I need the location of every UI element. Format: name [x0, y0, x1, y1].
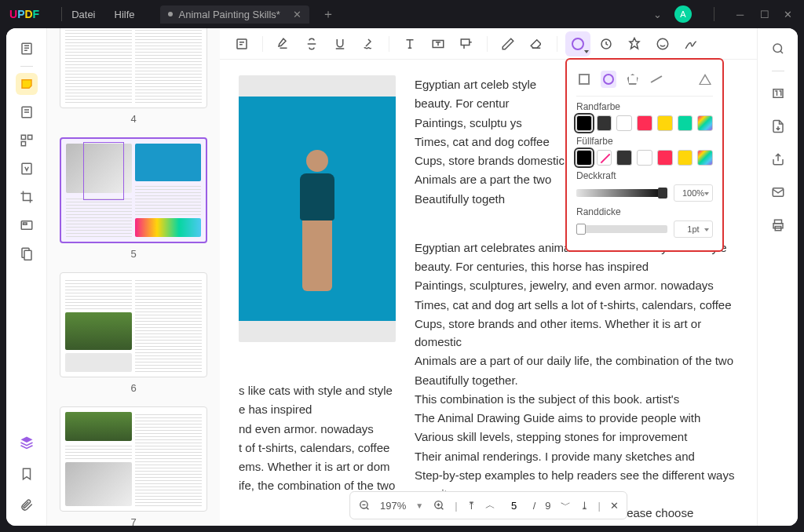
minimize-icon[interactable]: ─ — [736, 9, 747, 20]
fill-color-label: Füllfarbe — [576, 136, 713, 147]
shape-tool[interactable] — [565, 31, 590, 56]
tool-comment[interactable] — [16, 73, 38, 95]
user-avatar[interactable]: A — [674, 5, 692, 23]
email-icon[interactable] — [767, 181, 789, 203]
page-total: 9 — [545, 500, 550, 512]
thickness-slider[interactable] — [576, 225, 667, 233]
shape-triangle[interactable] — [696, 71, 713, 88]
shape-circle[interactable] — [601, 71, 617, 88]
tool-edit[interactable] — [16, 101, 38, 123]
thumbnail-page-5[interactable] — [60, 137, 207, 242]
svg-rect-2 — [21, 135, 25, 139]
page-navigation-bar: 197% ▼ | ⤒ ︿ / 9 ﹀ ⤓ | ✕ — [349, 491, 627, 519]
color-swatch[interactable] — [678, 150, 693, 166]
note-tool[interactable] — [229, 31, 254, 56]
color-swatch[interactable] — [657, 115, 673, 131]
svg-rect-9 — [24, 250, 31, 260]
tool-forms[interactable] — [16, 214, 38, 236]
menu-help[interactable]: Hilfe — [115, 9, 135, 20]
shape-pentagon[interactable] — [624, 71, 641, 88]
shape-arrow[interactable] — [673, 71, 689, 88]
thumbnail-label: 6 — [60, 382, 207, 394]
tool-organize[interactable] — [16, 129, 38, 151]
pencil-tool[interactable] — [495, 31, 521, 56]
titlebar: UPDF Datei Hilfe Animal Painting Skills*… — [0, 0, 804, 28]
svg-rect-12 — [461, 39, 470, 46]
thickness-value[interactable]: 1pt — [674, 220, 713, 238]
page-input[interactable] — [505, 500, 524, 512]
last-page-icon[interactable]: ⤓ — [580, 500, 589, 512]
thumbnail-label: 4 — [60, 113, 207, 125]
thickness-label: Randdicke — [576, 206, 713, 217]
thumbnail-page-7[interactable] — [60, 406, 207, 512]
next-page-icon[interactable]: ﹀ — [561, 498, 571, 512]
close-icon[interactable]: ✕ — [784, 9, 795, 20]
zoom-in-icon[interactable] — [433, 499, 445, 512]
opacity-slider[interactable] — [576, 189, 667, 197]
color-swatch[interactable] — [616, 115, 632, 131]
callout-tool[interactable] — [454, 31, 479, 56]
menu-file[interactable]: Datei — [71, 9, 95, 20]
textbox-tool[interactable] — [426, 31, 451, 56]
document-text-fragment: s like cats with style and stylee has in… — [239, 381, 395, 496]
zoom-value[interactable]: 197% — [380, 500, 406, 512]
sticker-tool[interactable] — [650, 31, 675, 56]
color-swatch[interactable] — [616, 150, 632, 166]
color-swatch[interactable] — [597, 115, 612, 131]
color-swatch-none[interactable] — [597, 150, 612, 166]
svg-rect-4 — [21, 142, 25, 146]
tab-close-icon[interactable]: ✕ — [293, 9, 302, 20]
share-icon[interactable] — [767, 148, 789, 170]
opacity-value[interactable]: 100% — [674, 184, 713, 202]
tool-ocr[interactable] — [16, 158, 38, 180]
color-picker[interactable] — [697, 115, 713, 131]
color-swatch[interactable] — [657, 150, 673, 166]
strikethrough-tool[interactable] — [299, 31, 324, 56]
thumbnail-panel: 4 5 6 — [47, 28, 220, 526]
color-picker[interactable] — [697, 150, 713, 166]
text-tool[interactable] — [397, 31, 422, 56]
svg-point-17 — [773, 44, 782, 53]
color-swatch[interactable] — [576, 150, 592, 166]
svg-rect-5 — [22, 163, 31, 174]
signature-tool[interactable] — [678, 31, 704, 56]
color-swatch[interactable] — [637, 150, 652, 166]
thumbnail-page-4[interactable] — [60, 28, 207, 108]
color-swatch[interactable] — [678, 115, 693, 131]
zoom-out-icon[interactable] — [358, 499, 371, 512]
right-toolbar — [757, 28, 798, 526]
maximize-icon[interactable]: ☐ — [760, 9, 771, 20]
export-icon[interactable] — [767, 115, 789, 137]
chevron-down-icon[interactable]: ⌄ — [653, 9, 662, 20]
tool-reader[interactable] — [16, 38, 38, 60]
tool-protect[interactable] — [16, 242, 38, 264]
thumbnail-label: 5 — [60, 248, 207, 260]
svg-point-14 — [657, 38, 668, 49]
eraser-tool[interactable] — [524, 31, 549, 56]
thumbnail-page-6[interactable] — [60, 272, 207, 377]
underline-tool[interactable] — [327, 31, 353, 56]
tool-crop[interactable] — [16, 186, 38, 208]
layers-icon[interactable] — [16, 432, 38, 454]
document-tab[interactable]: Animal Painting Skills* ✕ — [160, 5, 309, 24]
search-icon[interactable] — [767, 38, 789, 60]
document-area: Egyptian art celeb stylebeauty. For cent… — [220, 28, 757, 526]
pin-tool[interactable] — [622, 31, 647, 56]
first-page-icon[interactable]: ⤒ — [467, 500, 476, 512]
color-swatch[interactable] — [637, 115, 652, 131]
tab-add-icon[interactable]: ＋ — [322, 6, 334, 23]
attachment-icon[interactable] — [16, 494, 38, 516]
shape-rectangle[interactable] — [576, 71, 593, 88]
svg-rect-3 — [27, 135, 31, 139]
ocr-icon[interactable] — [767, 82, 789, 104]
stamp-tool[interactable] — [594, 31, 619, 56]
bookmark-icon[interactable] — [16, 463, 38, 485]
close-bar-icon[interactable]: ✕ — [610, 500, 619, 512]
page-separator: / — [533, 500, 536, 512]
print-icon[interactable] — [767, 214, 789, 236]
color-swatch[interactable] — [576, 115, 592, 131]
shape-line[interactable] — [649, 71, 665, 88]
prev-page-icon[interactable]: ︿ — [485, 498, 495, 512]
squiggly-tool[interactable] — [356, 31, 381, 56]
highlight-tool[interactable] — [271, 31, 296, 56]
